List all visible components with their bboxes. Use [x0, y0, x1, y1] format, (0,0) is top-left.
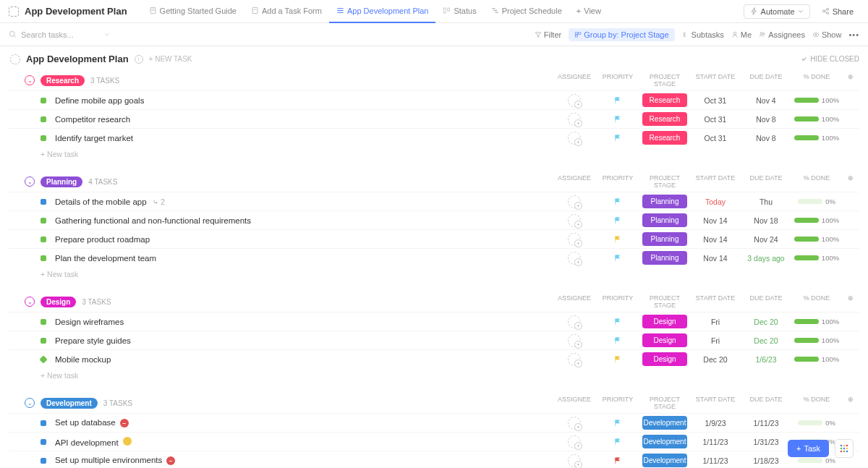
stage-cell[interactable]: Planning — [639, 195, 690, 208]
progress-cell[interactable]: 100% — [791, 216, 842, 224]
progress-cell[interactable]: 100% — [791, 336, 842, 344]
progress-cell[interactable]: 100% — [791, 96, 842, 104]
subtasks-button[interactable]: Subtasks — [682, 30, 724, 39]
automate-button[interactable]: Automate — [744, 4, 810, 19]
task-name[interactable]: Gathering functional and non-functional … — [55, 216, 553, 225]
group-badge[interactable]: Development — [41, 398, 98, 409]
add-assignee-icon[interactable] — [568, 214, 581, 227]
task-name[interactable]: Prepare style guides — [55, 336, 553, 345]
status-square-icon[interactable] — [41, 439, 46, 445]
task-row[interactable]: Prepare product roadmap Planning Nov 14 … — [9, 229, 859, 248]
assignees-button[interactable]: Assignees — [759, 30, 805, 39]
assignee-cell[interactable] — [553, 252, 596, 265]
start-date-cell[interactable]: Dec 20 — [690, 355, 741, 364]
status-square-icon[interactable] — [41, 199, 46, 205]
assignee-cell[interactable] — [553, 334, 596, 347]
add-assignee-icon[interactable] — [568, 353, 581, 366]
start-date-cell[interactable]: 1/9/23 — [690, 419, 741, 427]
add-column-button[interactable]: ⊕ — [842, 174, 859, 189]
task-name[interactable]: Define mobile app goals — [55, 96, 553, 105]
new-task-button[interactable]: + New task — [9, 267, 859, 281]
status-square-icon[interactable] — [39, 355, 47, 363]
start-date-cell[interactable]: Nov 14 — [690, 254, 741, 263]
assignee-cell[interactable] — [553, 214, 596, 227]
status-square-icon[interactable] — [41, 255, 46, 261]
task-name[interactable]: API development — [55, 437, 553, 447]
priority-cell[interactable] — [596, 356, 639, 363]
add-assignee-icon[interactable] — [568, 417, 581, 430]
more-button[interactable]: ••• — [848, 30, 859, 39]
tab-add-view[interactable]: + View — [569, 0, 608, 23]
info-icon[interactable]: i — [135, 55, 143, 64]
task-name[interactable]: Set up database− — [55, 418, 553, 428]
add-column-button[interactable]: ⊕ — [842, 73, 859, 88]
assignee-cell[interactable] — [553, 113, 596, 126]
status-square-icon[interactable] — [41, 458, 46, 464]
tab-add-task-form[interactable]: Add a Task Form — [244, 0, 329, 23]
add-assignee-icon[interactable] — [568, 233, 581, 246]
share-button[interactable]: Share — [816, 5, 859, 18]
status-square-icon[interactable] — [41, 98, 46, 103]
task-name[interactable]: Set up multiple environments− — [55, 456, 553, 466]
status-square-icon[interactable] — [41, 116, 46, 122]
task-row[interactable]: Details of the mobile app ⤷ 2 Planning T… — [9, 192, 859, 210]
priority-cell[interactable] — [596, 198, 639, 205]
start-date-cell[interactable]: Oct 31 — [690, 115, 741, 124]
filter-button[interactable]: Filter — [535, 30, 561, 39]
collapse-icon[interactable]: ⌄ — [25, 176, 35, 187]
me-button[interactable]: Me — [731, 30, 752, 39]
priority-cell[interactable] — [596, 97, 639, 104]
status-square-icon[interactable] — [41, 319, 46, 325]
assignee-cell[interactable] — [553, 315, 596, 328]
stage-cell[interactable]: Research — [639, 93, 690, 107]
group-badge[interactable]: Planning — [41, 176, 82, 187]
priority-cell[interactable] — [596, 236, 639, 243]
due-date-cell[interactable]: 1/11/23 — [741, 419, 791, 427]
stage-cell[interactable]: Design — [639, 333, 690, 347]
priority-cell[interactable] — [596, 116, 639, 123]
add-assignee-icon[interactable] — [568, 113, 581, 126]
stage-cell[interactable]: Planning — [639, 213, 690, 227]
task-row[interactable]: Design wireframes Design Fri Dec 20 100% — [9, 312, 859, 331]
priority-cell[interactable] — [596, 135, 639, 142]
task-name[interactable]: Competitor research — [55, 115, 553, 124]
add-assignee-icon[interactable] — [568, 94, 581, 107]
search-input[interactable]: Search tasks... — [9, 30, 110, 39]
progress-cell[interactable]: 0% — [791, 197, 842, 205]
add-assignee-icon[interactable] — [568, 454, 581, 467]
start-date-cell[interactable]: Fri — [690, 336, 741, 345]
add-column-button[interactable]: ⊕ — [842, 396, 859, 410]
tab-project-schedule[interactable]: Project Schedule — [484, 0, 569, 23]
new-task-button[interactable]: + New task — [9, 147, 859, 161]
status-square-icon[interactable] — [41, 338, 46, 344]
add-column-button[interactable]: ⊕ — [842, 294, 859, 309]
groupby-button[interactable]: Group by: Project Stage — [569, 28, 674, 41]
add-assignee-icon[interactable] — [568, 252, 581, 265]
due-date-cell[interactable]: Nov 18 — [741, 216, 791, 225]
start-date-cell[interactable]: 1/11/23 — [690, 456, 741, 465]
assignee-cell[interactable] — [553, 195, 596, 208]
group-badge[interactable]: Research — [41, 75, 85, 86]
new-task-header-button[interactable]: + NEW TASK — [149, 55, 192, 63]
collapse-icon[interactable]: ⌄ — [25, 75, 35, 85]
status-square-icon[interactable] — [41, 420, 46, 426]
task-name[interactable]: Prepare product roadmap — [55, 235, 553, 244]
status-square-icon[interactable] — [41, 237, 46, 242]
task-name[interactable]: Identify target market — [55, 134, 553, 142]
stage-cell[interactable]: Development — [639, 416, 690, 430]
task-row[interactable]: Competitor research Research Oct 31 Nov … — [9, 109, 859, 128]
add-assignee-icon[interactable] — [568, 435, 581, 448]
collapse-icon[interactable]: ⌄ — [25, 398, 35, 408]
task-row[interactable]: Set up database− Development 1/9/23 1/11… — [9, 413, 859, 432]
due-date-cell[interactable]: Thu — [741, 197, 791, 206]
due-date-cell[interactable]: 3 days ago — [741, 254, 791, 263]
due-date-cell[interactable]: Nov 8 — [741, 134, 791, 142]
stage-cell[interactable]: Design — [639, 352, 690, 366]
assignee-cell[interactable] — [553, 233, 596, 246]
progress-cell[interactable]: 100% — [791, 355, 842, 363]
priority-cell[interactable] — [596, 337, 639, 344]
start-date-cell[interactable]: 1/11/23 — [690, 438, 741, 446]
priority-cell[interactable] — [596, 318, 639, 326]
task-row[interactable]: Define mobile app goals Research Oct 31 … — [9, 90, 859, 109]
task-name[interactable]: Plan the development team — [55, 254, 553, 263]
